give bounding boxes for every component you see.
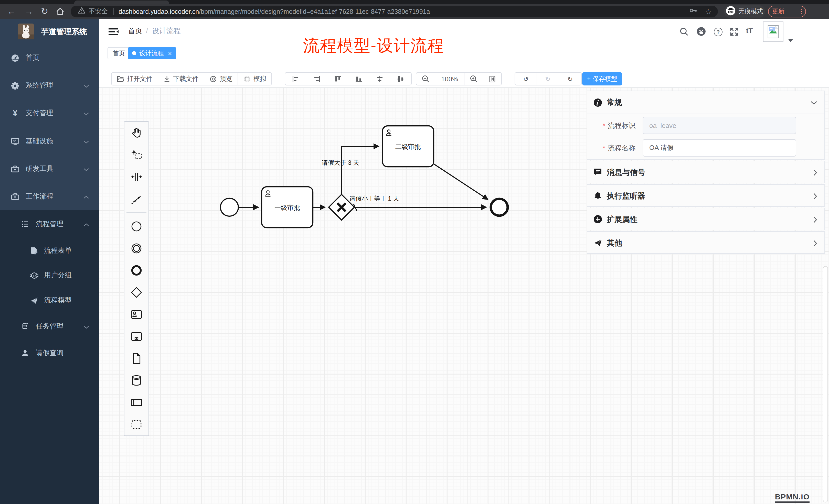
breadcrumb-home[interactable]: 首页 xyxy=(128,27,142,36)
general-form: * 流程标识 * 流程名称 xyxy=(587,114,824,159)
chevron-down-icon xyxy=(83,109,89,117)
incognito-icon xyxy=(726,5,736,18)
chevron-right-icon xyxy=(813,169,817,178)
section-extended-attributes[interactable]: 扩展属性 xyxy=(587,208,825,230)
align-left-button[interactable] xyxy=(285,73,306,85)
button-label: 模拟 xyxy=(253,74,266,83)
url-separator xyxy=(113,8,113,15)
align-bottom-icon xyxy=(355,75,362,83)
align-bottom-button[interactable] xyxy=(348,73,369,85)
browser-menu-icon[interactable] xyxy=(801,8,802,15)
process-id-input[interactable] xyxy=(643,117,796,134)
font-size-icon[interactable]: tT xyxy=(746,27,753,35)
key-icon[interactable] xyxy=(689,7,698,16)
section-title: 扩展属性 xyxy=(607,215,638,225)
sidebar-item-infra[interactable]: 基础设施 xyxy=(0,131,99,151)
flow-gateway-to-task2[interactable] xyxy=(341,146,379,194)
undo-button[interactable]: ↺ xyxy=(515,73,537,85)
sidebar-item-devtools[interactable]: 研发工具 xyxy=(0,159,99,179)
browser-update-button[interactable]: 更新 xyxy=(768,6,806,17)
align-right-icon xyxy=(313,75,320,83)
form-row-process-id: * 流程标识 xyxy=(587,117,824,134)
align-center-v-button[interactable] xyxy=(390,73,411,85)
preview-button[interactable]: 预览 xyxy=(204,73,238,85)
url-bar[interactable]: 不安全 dashboard.yudao.iocoder.cn/bpm/manag… xyxy=(71,6,718,17)
home-icon[interactable] xyxy=(55,7,65,18)
zoom-in-button[interactable] xyxy=(464,73,483,85)
info-icon xyxy=(593,98,602,107)
back-icon[interactable]: ← xyxy=(7,4,16,19)
sidebar-item-label: 工作流程 xyxy=(26,192,53,201)
start-event[interactable] xyxy=(220,198,238,216)
sidebar-item-process-model[interactable]: 流程模型 xyxy=(0,290,99,311)
sidebar-item-label: 首页 xyxy=(26,53,39,63)
browser-tab-strip xyxy=(0,0,829,4)
github-icon[interactable] xyxy=(696,27,706,38)
sidebar-item-workflow[interactable]: 工作流程 xyxy=(0,186,99,207)
browser-tab[interactable] xyxy=(74,1,169,4)
face-icon xyxy=(30,271,38,280)
section-execution-listeners[interactable]: 执行监听器 xyxy=(587,184,825,207)
section-messages-signals[interactable]: 消息与信号 xyxy=(587,161,825,183)
app-title[interactable]: 芋道管理系统 xyxy=(41,27,87,37)
tree-icon xyxy=(21,322,29,331)
required-mark: * xyxy=(603,144,605,152)
forward-icon[interactable]: → xyxy=(25,4,33,19)
tab-label: 首页 xyxy=(113,49,125,57)
sidebar-item-task-mgmt[interactable]: 任务管理 xyxy=(0,316,99,337)
save-model-button[interactable]: + 保存模型 xyxy=(582,72,622,85)
paper-plane-icon xyxy=(30,296,38,305)
search-icon[interactable] xyxy=(680,27,689,38)
align-center-h-button[interactable] xyxy=(369,73,390,85)
fit-viewport-button[interactable] xyxy=(483,73,501,85)
document-edit-icon xyxy=(30,246,38,255)
simulate-button[interactable]: 模拟 xyxy=(238,73,272,85)
url-domain: dashboard.yudao.iocoder.cn xyxy=(118,8,199,15)
align-right-button[interactable] xyxy=(306,73,327,85)
bookmark-star-icon[interactable]: ☆ xyxy=(705,8,712,15)
person-icon xyxy=(21,349,29,357)
annotation-title: 流程模型-设计流程 xyxy=(303,35,444,57)
avatar[interactable] xyxy=(763,22,784,42)
sidebar: 芋道管理系统 首页 系统管理 ¥ 支付管理 基础设施 xyxy=(0,19,99,504)
sidebar-item-home[interactable]: 首页 xyxy=(0,48,99,68)
sidebar-item-user-group[interactable]: 用户分组 xyxy=(0,265,99,285)
task1-label: 一级审批 xyxy=(275,204,300,211)
avatar-caret-icon xyxy=(788,35,793,44)
tag-tab-bar: 首页 设计流程 × xyxy=(99,44,829,63)
help-icon[interactable]: ? xyxy=(714,28,722,36)
flow-label-gt3: 请假大于 3 天 xyxy=(322,159,359,166)
incognito-label: 无痕模式 xyxy=(738,7,763,16)
bpmn-io-logo[interactable]: BPMN.iO xyxy=(775,492,809,503)
zoom-out-button[interactable] xyxy=(416,73,435,85)
reload-icon[interactable]: ↻ xyxy=(41,4,48,19)
sidebar-item-label: 用户分组 xyxy=(44,271,72,280)
redo-button[interactable]: ↻ xyxy=(537,73,559,85)
open-file-button[interactable]: 打开文件 xyxy=(112,73,158,85)
sidebar-item-process-mgmt[interactable]: 流程管理 xyxy=(0,214,99,234)
zoom-level: 100% xyxy=(435,73,464,85)
process-name-input[interactable] xyxy=(643,139,796,157)
sidebar-item-label: 任务管理 xyxy=(36,322,64,331)
end-event[interactable] xyxy=(491,199,508,216)
sidebar-item-system[interactable]: 系统管理 xyxy=(0,75,99,96)
flow-task2-to-end[interactable] xyxy=(433,163,488,200)
collapse-sidebar-icon[interactable] xyxy=(109,27,119,38)
fullscreen-icon[interactable] xyxy=(730,27,739,38)
section-general[interactable]: 常规 xyxy=(587,91,824,114)
tab-home[interactable]: 首页 xyxy=(108,47,130,60)
restart-button[interactable]: ↻ xyxy=(559,73,581,85)
close-icon[interactable]: × xyxy=(168,50,172,56)
tab-design-process[interactable]: 设计流程 × xyxy=(128,47,176,60)
download-file-button[interactable]: 下载文件 xyxy=(158,73,204,85)
align-top-button[interactable] xyxy=(327,73,348,85)
section-title: 执行监听器 xyxy=(607,191,645,201)
scrollbar-thumb[interactable] xyxy=(823,266,828,502)
sidebar-item-leave-query[interactable]: 请假查询 xyxy=(0,343,99,363)
sidebar-item-payment[interactable]: ¥ 支付管理 xyxy=(0,103,99,123)
sidebar-item-label: 研发工具 xyxy=(26,164,53,173)
active-dot-icon xyxy=(132,51,136,55)
sidebar-item-process-form[interactable]: 流程表单 xyxy=(0,240,99,261)
align-center-h-icon xyxy=(375,75,383,83)
section-other[interactable]: 其他 xyxy=(587,231,825,254)
